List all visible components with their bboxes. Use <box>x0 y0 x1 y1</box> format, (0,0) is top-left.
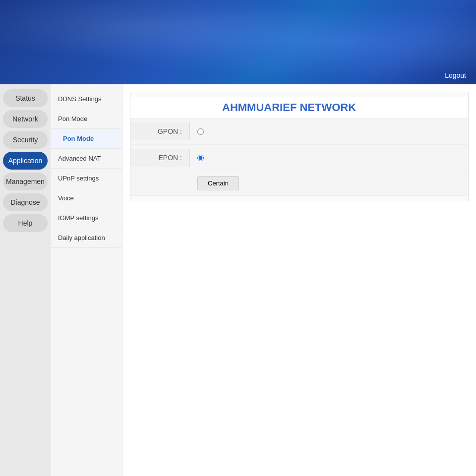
submenu-item-igmp[interactable]: IGMP settings <box>51 208 122 228</box>
submenu-panel: DDNS Settings Pon Mode Pon Mode Advanced… <box>51 84 122 476</box>
sidebar-item-status[interactable]: Status <box>3 89 48 107</box>
page-title: AHMMUARIEF NETWORK <box>222 101 356 114</box>
sidebar-item-management[interactable]: Managemen <box>3 173 48 190</box>
content-area: AHMMUARIEF NETWORK GPON : EPON : Certain <box>122 84 476 476</box>
gpon-label: GPON : <box>130 122 190 140</box>
submenu-item-ddns[interactable]: DDNS Settings <box>51 89 122 109</box>
sidebar-item-security[interactable]: Security <box>3 131 48 149</box>
epon-input-container <box>190 150 211 166</box>
certain-button[interactable]: Certain <box>197 176 239 190</box>
logout-button[interactable]: Logout <box>445 71 466 79</box>
epon-radio[interactable] <box>197 155 204 161</box>
sidebar: Status Network Security Application Mana… <box>0 84 51 476</box>
sidebar-item-application[interactable]: Application <box>3 152 48 170</box>
gpon-input-container <box>190 123 211 140</box>
submenu-item-voice[interactable]: Voice <box>51 188 122 208</box>
submenu-item-pon-mode-group[interactable]: Pon Mode <box>51 109 122 129</box>
submenu-item-pon-mode[interactable]: Pon Mode <box>51 129 122 149</box>
epon-label: EPON : <box>130 149 190 167</box>
sidebar-item-network[interactable]: Network <box>3 110 48 128</box>
sidebar-item-diagnose[interactable]: Diagnose <box>3 193 48 211</box>
submenu-item-advanced-nat[interactable]: Advanced NAT <box>51 149 122 169</box>
main-layout: Status Network Security Application Mana… <box>0 84 476 476</box>
header-banner: Logout <box>0 0 476 84</box>
submenu-item-daily-app[interactable]: Daily application <box>51 228 122 248</box>
sidebar-item-help[interactable]: Help <box>3 214 48 232</box>
submenu-item-upnp[interactable]: UPnP settings <box>51 169 122 188</box>
gpon-radio[interactable] <box>197 128 204 135</box>
